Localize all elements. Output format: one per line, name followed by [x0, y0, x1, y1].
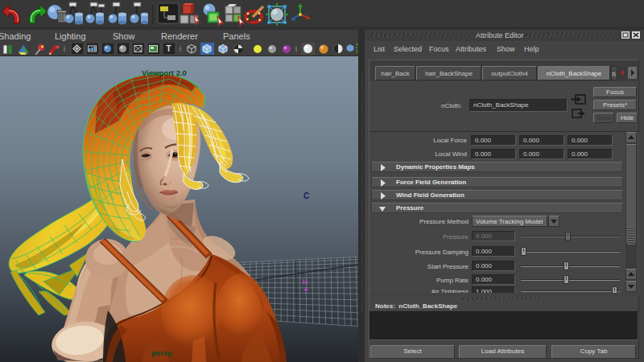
svg-text:C: C — [303, 191, 309, 200]
svg-text:T: T — [166, 44, 171, 53]
svg-text:Viewport 2.0: Viewport 2.0 — [142, 68, 187, 77]
svg-text:persp: persp — [151, 348, 172, 357]
